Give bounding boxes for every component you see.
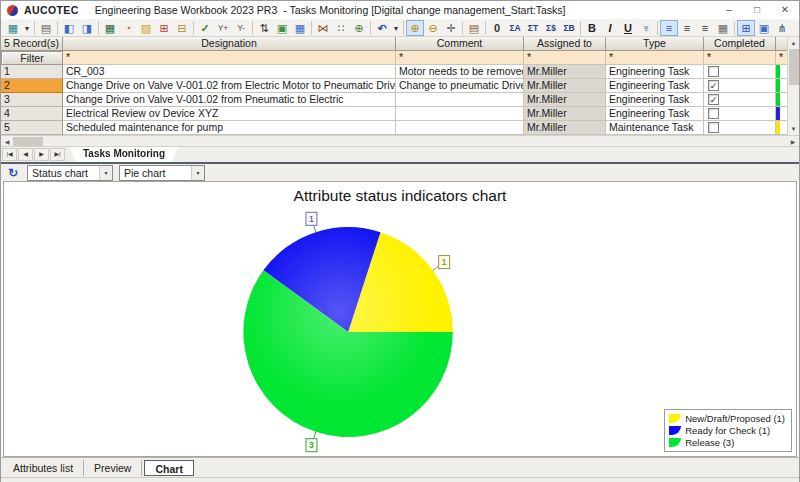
- cell-comment[interactable]: [396, 121, 524, 135]
- completed-checkbox[interactable]: ✓: [708, 94, 719, 105]
- excel-export-icon[interactable]: ▦: [101, 20, 119, 36]
- cell-designation[interactable]: CR_003: [63, 65, 396, 79]
- grid-vertical-scrollbar[interactable]: ▲ ▼: [787, 37, 799, 135]
- filter-cell[interactable]: *: [524, 51, 606, 65]
- tab-attributes-list[interactable]: Attributes list: [3, 460, 84, 476]
- undo-caret[interactable]: ▾: [391, 20, 401, 36]
- anchor-icon[interactable]: ♆: [637, 20, 655, 36]
- refresh-chart-icon[interactable]: ↻: [5, 166, 21, 180]
- cell-designation[interactable]: Change Drive on Valve V-001.02 from Pneu…: [63, 93, 396, 107]
- bold-icon[interactable]: B: [583, 20, 601, 36]
- chevron-down-icon[interactable]: ▾: [191, 166, 204, 180]
- cell-type[interactable]: Engineering Task: [606, 93, 704, 107]
- zoom-in-icon[interactable]: ⊕: [406, 20, 424, 36]
- cell-assigned-to[interactable]: Mr.Miller: [524, 65, 606, 79]
- sheet-tab-tasks-monitoring[interactable]: Tasks Monitoring: [70, 147, 178, 162]
- completed-checkbox[interactable]: [708, 108, 719, 119]
- vertical-scroll-thumb[interactable]: [789, 49, 799, 85]
- column-header-completed[interactable]: Completed: [704, 37, 776, 51]
- undo-icon[interactable]: ↶: [373, 20, 391, 36]
- cell-assigned-to[interactable]: Mr.Miller: [524, 79, 606, 93]
- align-center-icon[interactable]: ≡: [678, 20, 696, 36]
- sum-currency-icon[interactable]: Σ$: [542, 20, 560, 36]
- grid-horizontal-scrollbar[interactable]: ◀ ▶: [1, 135, 799, 147]
- validate-filter-icon[interactable]: ✓: [196, 20, 214, 36]
- cell-type[interactable]: Maintenance Task: [606, 121, 704, 135]
- excel-import-icon[interactable]: ⊞: [155, 20, 173, 36]
- horizontal-scroll-thumb[interactable]: [13, 137, 43, 146]
- zero-format-icon[interactable]: 0: [488, 20, 506, 36]
- previous-sheet-button[interactable]: ◀: [18, 148, 33, 161]
- properties-icon[interactable]: ▤: [465, 20, 483, 36]
- row-number[interactable]: 1: [1, 65, 63, 79]
- open-workbook-icon[interactable]: ▨: [137, 20, 155, 36]
- row-number[interactable]: 2: [1, 79, 63, 93]
- row-number[interactable]: 3: [1, 93, 63, 107]
- add-filter-icon[interactable]: Y+: [214, 20, 232, 36]
- italic-icon[interactable]: I: [601, 20, 619, 36]
- last-sheet-button[interactable]: ▶|: [50, 148, 65, 161]
- insert-column-right-icon[interactable]: ◨: [78, 20, 96, 36]
- maximize-button[interactable]: □: [743, 1, 771, 19]
- filter-cell[interactable]: *: [396, 51, 524, 65]
- filter-cell[interactable]: *: [704, 51, 776, 65]
- cell-designation[interactable]: Change Drive on Valve V-001.02 from Elec…: [63, 79, 396, 93]
- align-left-icon[interactable]: ≡: [660, 20, 678, 36]
- chevron-down-icon[interactable]: ▾: [99, 166, 112, 180]
- cell-designation[interactable]: Scheduled maintenance for pump: [63, 121, 396, 135]
- print-icon[interactable]: ▤: [37, 20, 55, 36]
- align-right-icon[interactable]: ≡: [696, 20, 714, 36]
- sum-text-icon[interactable]: ΣT: [524, 20, 542, 36]
- filter-cell[interactable]: *: [606, 51, 704, 65]
- cell-comment[interactable]: [396, 93, 524, 107]
- topology-view-icon[interactable]: ⊞: [737, 20, 755, 36]
- pin-icon[interactable]: ✛: [442, 20, 460, 36]
- record-count-header[interactable]: 5 Record(s): [1, 37, 63, 51]
- insert-column-left-icon[interactable]: ◧: [60, 20, 78, 36]
- cell-comment[interactable]: Change to pneumatic Drive: [396, 79, 524, 93]
- print-grid-icon[interactable]: ▦: [714, 20, 732, 36]
- remove-filter-icon[interactable]: Y-: [232, 20, 250, 36]
- workflow-icon[interactable]: ∷: [332, 20, 350, 36]
- column-header-type[interactable]: Type: [606, 37, 704, 51]
- completed-checkbox[interactable]: [708, 66, 719, 77]
- underline-icon[interactable]: U: [619, 20, 637, 36]
- tab-preview[interactable]: Preview: [84, 460, 142, 476]
- cell-comment[interactable]: [396, 107, 524, 121]
- device-link-icon[interactable]: ⋈: [314, 20, 332, 36]
- cell-comment[interactable]: Motor needs to be removed: [396, 65, 524, 79]
- column-header-designation[interactable]: Designation: [63, 37, 396, 51]
- new-sheet-icon[interactable]: ▦: [4, 20, 22, 36]
- next-sheet-button[interactable]: ▶: [34, 148, 49, 161]
- excel-update-icon[interactable]: ⊟: [173, 20, 191, 36]
- filter-cell[interactable]: *: [63, 51, 396, 65]
- sync-icon[interactable]: ⊕: [350, 20, 368, 36]
- sum-attributes-icon[interactable]: ΣA: [506, 20, 524, 36]
- cell-assigned-to[interactable]: Mr.Miller: [524, 107, 606, 121]
- row-number[interactable]: 4: [1, 107, 63, 121]
- cell-type[interactable]: Engineering Task: [606, 79, 704, 93]
- zoom-out-icon[interactable]: ⊖: [424, 20, 442, 36]
- table-view-icon[interactable]: ▦: [291, 20, 309, 36]
- row-number[interactable]: 5: [1, 121, 63, 135]
- cell-designation[interactable]: Electrical Review ov Device XYZ: [63, 107, 396, 121]
- column-header-assigned-to[interactable]: Assigned to: [524, 37, 606, 51]
- scroll-up-icon[interactable]: ▲: [788, 37, 799, 49]
- close-button[interactable]: ✕: [771, 1, 799, 19]
- chart-type-combobox[interactable]: Status chart ▾: [27, 165, 113, 181]
- cell-type[interactable]: Engineering Task: [606, 107, 704, 121]
- first-sheet-button[interactable]: |◀: [2, 148, 17, 161]
- cell-assigned-to[interactable]: Mr.Miller: [524, 93, 606, 107]
- minimize-button[interactable]: –: [715, 1, 743, 19]
- filter-button[interactable]: Filter: [1, 51, 63, 65]
- image-view-icon[interactable]: ▣: [755, 20, 773, 36]
- report-icon[interactable]: ▣: [273, 20, 291, 36]
- cell-type[interactable]: Engineering Task: [606, 65, 704, 79]
- completed-checkbox[interactable]: ✓: [708, 80, 719, 91]
- column-header-comment[interactable]: Comment: [396, 37, 524, 51]
- history-icon[interactable]: ◔: [119, 20, 137, 36]
- completed-checkbox[interactable]: [708, 122, 719, 133]
- chart-style-combobox[interactable]: Pie chart ▾: [119, 165, 205, 181]
- scroll-down-icon[interactable]: ▼: [788, 123, 799, 135]
- new-sheet-caret[interactable]: ▾: [22, 20, 32, 36]
